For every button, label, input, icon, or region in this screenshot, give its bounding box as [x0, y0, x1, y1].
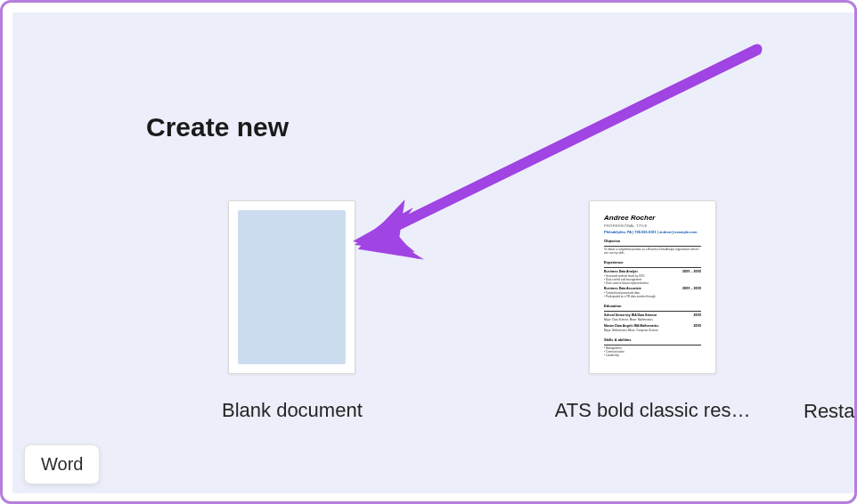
blank-page-icon [238, 210, 346, 364]
template-label: Restau [804, 400, 857, 423]
resume-text: • Increased website leads by XX%• Data c… [604, 275, 701, 286]
resume-preview: Andree Rocher PROFESSIONAL TITLE Philade… [599, 210, 706, 364]
template-label: Blank document [222, 399, 363, 422]
resume-contact: Philadelphia, PA | 700.555.0101 | andree… [604, 230, 701, 234]
template-label: ATS bold classic res… [555, 399, 751, 422]
resume-text: Major: Mathematics Minor: Computer Scien… [604, 329, 701, 333]
resume-divider [604, 267, 701, 268]
template-thumb-blank [228, 200, 355, 374]
template-blank-document[interactable]: Blank document [222, 200, 363, 422]
resume-h-education: Education [604, 304, 701, 308]
resume-job-row: Business Data Analyst 20XX – 20XX [604, 270, 701, 273]
resume-text: • Created and processed data• Participat… [604, 292, 701, 299]
resume-school-row: School University IBA Data Science 20XX [604, 313, 701, 317]
resume-h-skills: Skills & abilities [604, 337, 701, 342]
resume-h-objective: Objective [604, 239, 701, 243]
app-label-badge: Word [24, 444, 100, 484]
resume-text: Major: Data Science, Minor: Mathematics [604, 319, 701, 322]
resume-subtitle: PROFESSIONAL TITLE [604, 224, 701, 228]
resume-text: • Management• Communication• Leadership [604, 347, 701, 358]
templates-row: Blank document Andree Rocher PROFESSIONA… [222, 200, 854, 422]
resume-divider [604, 345, 701, 345]
template-ats-resume[interactable]: Andree Rocher PROFESSIONAL TITLE Philade… [555, 200, 751, 422]
resume-h-experience: Experience [604, 260, 701, 264]
start-panel: Create new Blank document Andree Rocher … [12, 12, 854, 493]
resume-divider [604, 246, 701, 247]
resume-text: To obtain a competitive position as a Bu… [604, 248, 701, 256]
template-thumb-resume: Andree Rocher PROFESSIONAL TITLE Philade… [589, 200, 716, 374]
resume-job-row: Business Data Associate 20XX – 20XX [604, 287, 701, 290]
resume-name: Andree Rocher [604, 214, 701, 222]
section-title: Create new [146, 112, 289, 142]
resume-divider [604, 311, 701, 312]
resume-school-row: Master Data Angels IBA Mathematics 20XX [604, 324, 701, 328]
